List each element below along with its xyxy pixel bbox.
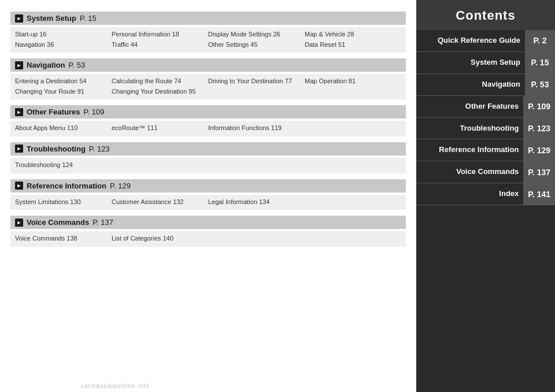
list-item bbox=[305, 123, 401, 134]
section-header-reference-information: ► Reference Information P. 129 bbox=[10, 179, 406, 193]
list-item: Other Settings 45 bbox=[208, 40, 305, 50]
section-page-troubleshooting: P. 123 bbox=[89, 145, 110, 153]
items-row: Start-up 16 Navigation 36 Personal Infor… bbox=[15, 29, 401, 50]
item-col bbox=[305, 234, 401, 244]
item-col: Information Functions 119 bbox=[208, 123, 305, 134]
section-icon-troubleshooting: ► bbox=[15, 145, 23, 153]
section-icon-navigation: ► bbox=[15, 61, 23, 69]
item-col: Map & Vehicle 28 Data Reset 51 bbox=[305, 29, 401, 50]
sidebar-item-label-navigation: Navigation bbox=[416, 74, 525, 95]
section-title-reference-information: Reference Information bbox=[27, 182, 106, 190]
item-col: ecoRoute™ 111 bbox=[112, 123, 208, 134]
items-row: Entering a Destination 54 Changing Your … bbox=[15, 76, 401, 97]
sidebar-item-page-navigation: P. 53 bbox=[525, 74, 555, 95]
sidebar-item-page-system-setup: P. 15 bbox=[525, 52, 555, 73]
section-header-navigation: ► Navigation P. 53 bbox=[10, 58, 406, 72]
list-item: Information Functions 119 bbox=[208, 123, 305, 134]
item-col: System Limitations 130 bbox=[15, 197, 112, 208]
section-items-other-features: About Apps Menu 110 ecoRoute™ 111 Inform… bbox=[10, 121, 406, 136]
list-item: Map Operation 81 bbox=[305, 76, 401, 87]
item-col: List of Categories 140 bbox=[112, 234, 208, 244]
sidebar-item-voice-commands[interactable]: Voice Commands P. 137 bbox=[416, 161, 555, 183]
sidebar-item-navigation[interactable]: Navigation P. 53 bbox=[416, 74, 555, 96]
list-item: Display Mode Settings 26 bbox=[208, 29, 305, 40]
sidebar-item-other-features[interactable]: Other Features P. 109 bbox=[416, 96, 555, 118]
sidebar-item-system-setup[interactable]: System Setup P. 15 bbox=[416, 52, 555, 74]
item-col: About Apps Menu 110 bbox=[15, 123, 112, 134]
sidebar-item-troubleshooting[interactable]: Troubleshooting P. 123 bbox=[416, 118, 555, 140]
sidebar-item-label-other-features: Other Features bbox=[416, 96, 523, 117]
section-title-other-features: Other Features bbox=[27, 108, 80, 116]
section-items-troubleshooting: Troubleshooting 124 bbox=[10, 158, 406, 173]
section-navigation: ► Navigation P. 53 Entering a Destinatio… bbox=[10, 58, 406, 99]
sidebar-item-page-quick-reference: P. 2 bbox=[525, 30, 555, 51]
item-col: Calculating the Route 74 Changing Your D… bbox=[112, 76, 208, 97]
list-item: Changing Your Route 91 bbox=[15, 87, 112, 97]
list-item: Personal Information 18 bbox=[112, 29, 208, 40]
list-item: Voice Commands 138 bbox=[15, 234, 112, 244]
item-col bbox=[305, 123, 401, 134]
sidebar-item-page-troubleshooting: P. 123 bbox=[523, 118, 555, 139]
item-col: Driving to Your Destination 77 bbox=[208, 76, 305, 97]
section-page-reference-information: P. 129 bbox=[110, 182, 131, 190]
section-title-troubleshooting: Troubleshooting bbox=[27, 145, 86, 153]
section-voice-commands: ► Voice Commands P. 137 Voice Commands 1… bbox=[10, 216, 406, 247]
list-item: Data Reset 51 bbox=[305, 40, 401, 50]
section-items-voice-commands: Voice Commands 138 List of Categories 14… bbox=[10, 231, 406, 247]
item-col: Voice Commands 138 bbox=[15, 234, 112, 244]
list-item: Start-up 16 bbox=[15, 29, 112, 40]
section-page-other-features: P. 109 bbox=[83, 108, 104, 116]
sidebar-item-quick-reference[interactable]: Quick Reference Guide P. 2 bbox=[416, 30, 555, 52]
watermark: carmanualsonline.info bbox=[81, 383, 149, 389]
section-items-navigation: Entering a Destination 54 Changing Your … bbox=[10, 74, 406, 99]
section-page-voice-commands: P. 137 bbox=[92, 218, 113, 227]
section-icon-reference-information: ► bbox=[15, 182, 23, 190]
section-icon-other-features: ► bbox=[15, 108, 23, 116]
list-item: About Apps Menu 110 bbox=[15, 123, 112, 134]
sidebar-item-label-index: Index bbox=[416, 183, 523, 205]
sidebar-item-index[interactable]: Index P. 141 bbox=[416, 183, 555, 205]
section-items-reference-information: System Limitations 130 Customer Assistan… bbox=[10, 195, 406, 210]
section-header-other-features: ► Other Features P. 109 bbox=[10, 105, 406, 119]
list-item bbox=[305, 87, 401, 97]
section-header-system-setup: ► System Setup P. 15 bbox=[10, 12, 406, 25]
sidebar-item-page-voice-commands: P. 137 bbox=[523, 161, 555, 183]
list-item: Changing Your Destination 95 bbox=[112, 87, 208, 97]
item-col: Start-up 16 Navigation 36 bbox=[15, 29, 112, 50]
section-header-troubleshooting: ► Troubleshooting P. 123 bbox=[10, 142, 406, 156]
list-item: Troubleshooting 124 bbox=[15, 160, 112, 171]
list-item: Entering a Destination 54 bbox=[15, 76, 112, 87]
list-item: Navigation 36 bbox=[15, 40, 112, 50]
section-troubleshooting: ► Troubleshooting P. 123 Troubleshooting… bbox=[10, 142, 406, 173]
section-system-setup: ► System Setup P. 15 Start-up 16 Navigat… bbox=[10, 12, 406, 53]
content-area: ► System Setup P. 15 Start-up 16 Navigat… bbox=[0, 0, 416, 392]
list-item: System Limitations 130 bbox=[15, 197, 112, 208]
sidebar-items-list: Quick Reference Guide P. 2 System Setup … bbox=[416, 30, 555, 392]
sidebar-item-reference-information[interactable]: Reference Information P. 129 bbox=[416, 139, 555, 161]
item-col bbox=[305, 160, 401, 171]
sidebar-item-page-index: P. 141 bbox=[523, 183, 555, 205]
items-row: System Limitations 130 Customer Assistan… bbox=[15, 197, 401, 208]
section-other-features: ► Other Features P. 109 About Apps Menu … bbox=[10, 105, 406, 136]
section-page-system-setup: P. 15 bbox=[80, 14, 97, 23]
item-col: Map Operation 81 bbox=[305, 76, 401, 97]
list-item: Legal Information 134 bbox=[208, 197, 305, 208]
sidebar-item-label-system-setup: System Setup bbox=[416, 52, 525, 73]
section-icon-system-setup: ► bbox=[15, 14, 23, 23]
list-item: Map & Vehicle 28 bbox=[305, 29, 401, 40]
section-items-system-setup: Start-up 16 Navigation 36 Personal Infor… bbox=[10, 27, 406, 53]
item-col bbox=[208, 160, 305, 171]
section-icon-voice-commands: ► bbox=[15, 219, 23, 227]
sidebar-title: Contents bbox=[416, 0, 555, 30]
sidebar-item-label-reference-information: Reference Information bbox=[416, 139, 523, 161]
sidebar-item-label-voice-commands: Voice Commands bbox=[416, 161, 523, 183]
list-item: Driving to Your Destination 77 bbox=[208, 76, 305, 87]
list-item: Customer Assistance 132 bbox=[112, 197, 208, 208]
item-col: Legal Information 134 bbox=[208, 197, 305, 208]
items-row: About Apps Menu 110 ecoRoute™ 111 Inform… bbox=[15, 123, 401, 134]
items-row: Voice Commands 138 List of Categories 14… bbox=[15, 234, 401, 244]
items-row: Troubleshooting 124 bbox=[15, 160, 401, 171]
item-col: Display Mode Settings 26 Other Settings … bbox=[208, 29, 305, 50]
section-title-system-setup: System Setup bbox=[27, 14, 76, 23]
list-item: List of Categories 140 bbox=[112, 234, 208, 244]
